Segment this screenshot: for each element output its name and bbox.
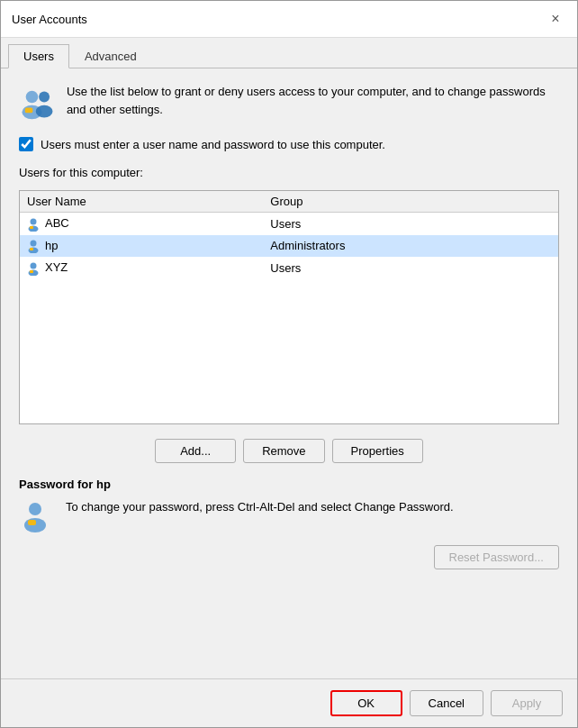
- cancel-button[interactable]: Cancel: [410, 690, 483, 716]
- tab-bar: Users Advanced: [1, 38, 577, 68]
- properties-button[interactable]: Properties: [332, 439, 423, 463]
- user-group-cell: Users: [263, 257, 558, 279]
- must-login-checkbox[interactable]: [19, 137, 33, 151]
- apply-button[interactable]: Apply: [491, 690, 563, 716]
- svg-point-3: [36, 105, 53, 118]
- main-content: Use the list below to grant or deny user…: [1, 68, 577, 678]
- window-title: User Accounts: [12, 13, 87, 26]
- user-accounts-window: User Accounts × Users Advanced Use the l…: [0, 0, 578, 728]
- user-name-cell: hp: [20, 235, 263, 258]
- close-button[interactable]: ×: [545, 8, 566, 30]
- info-box: Use the list below to grant or deny user…: [19, 83, 559, 126]
- svg-point-14: [29, 503, 41, 515]
- password-section-title: Password for hp: [19, 478, 559, 491]
- table-row[interactable]: ABCUsers: [20, 213, 558, 235]
- users-icon: [19, 83, 56, 126]
- user-group-cell: Administrators: [263, 235, 558, 258]
- table-row[interactable]: XYZUsers: [20, 257, 558, 279]
- add-button[interactable]: Add...: [155, 439, 236, 463]
- password-section: Password for hp To change your password,…: [19, 478, 559, 569]
- col-group: Group: [263, 191, 558, 213]
- tab-advanced[interactable]: Advanced: [69, 44, 152, 68]
- info-text: Use the list below to grant or deny user…: [67, 83, 559, 118]
- svg-rect-7: [30, 226, 33, 229]
- svg-rect-4: [25, 107, 33, 113]
- footer: OK Cancel Apply: [1, 678, 577, 727]
- user-name-cell: XYZ: [20, 257, 263, 279]
- tab-users[interactable]: Users: [8, 44, 69, 68]
- svg-rect-10: [30, 248, 33, 250]
- col-username: User Name: [20, 191, 263, 213]
- password-info-text: To change your password, press Ctrl-Alt-…: [66, 498, 454, 516]
- reset-password-button[interactable]: Reset Password...: [434, 545, 560, 569]
- user-table-container: User Name Group ABCUsers hpAdministrator…: [19, 190, 559, 424]
- users-section-label: Users for this computer:: [19, 166, 559, 179]
- svg-rect-13: [30, 270, 33, 273]
- svg-point-2: [39, 92, 50, 103]
- password-user-icon: [19, 498, 55, 534]
- svg-point-0: [26, 91, 39, 104]
- table-row[interactable]: hpAdministrators: [20, 235, 558, 258]
- title-bar: User Accounts ×: [1, 1, 577, 38]
- svg-rect-16: [28, 520, 36, 525]
- checkbox-row: Users must enter a user name and passwor…: [19, 137, 559, 151]
- svg-point-5: [31, 218, 37, 224]
- svg-point-8: [31, 241, 37, 247]
- ok-button[interactable]: OK: [330, 690, 402, 716]
- svg-point-11: [31, 262, 37, 268]
- reset-btn-row: Reset Password...: [19, 545, 559, 569]
- user-name-cell: ABC: [20, 213, 263, 235]
- user-group-cell: Users: [263, 213, 558, 235]
- checkbox-label[interactable]: Users must enter a user name and passwor…: [41, 138, 385, 151]
- user-table: User Name Group ABCUsers hpAdministrator…: [20, 191, 558, 279]
- remove-button[interactable]: Remove: [243, 439, 324, 463]
- user-action-buttons: Add... Remove Properties: [19, 439, 559, 463]
- password-info: To change your password, press Ctrl-Alt-…: [19, 498, 559, 534]
